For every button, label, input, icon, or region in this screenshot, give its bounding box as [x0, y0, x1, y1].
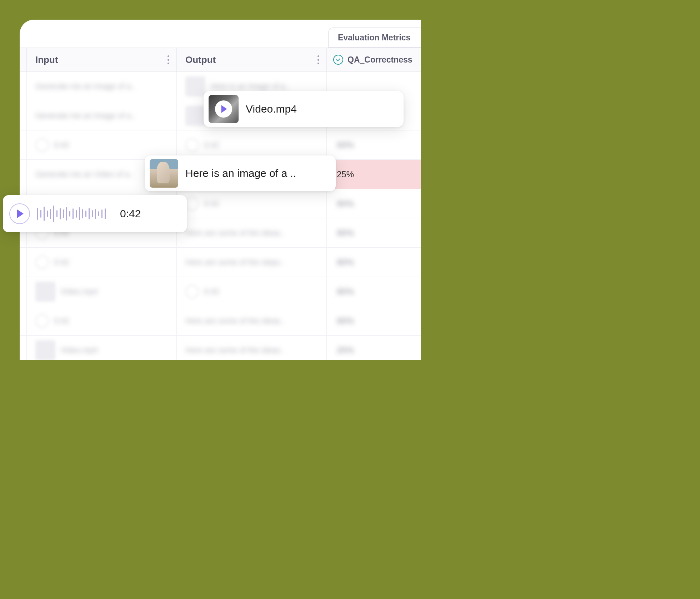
output-text: 0:42 [204, 287, 219, 296]
output-cell[interactable]: Here are some of the ideas.. [177, 306, 327, 335]
input-text: 0:42 [54, 316, 69, 326]
more-icon[interactable] [318, 55, 319, 64]
waveform-bar [44, 207, 45, 221]
input-cell[interactable]: Generate me an image of a.. [27, 72, 177, 101]
play-icon [185, 138, 199, 152]
metric-value: 25% [337, 345, 354, 355]
play-icon [185, 197, 199, 211]
metric-cell[interactable]: 25% [327, 336, 421, 360]
input-cell[interactable]: 0:42 [27, 248, 177, 277]
input-cell[interactable]: 0:42 [27, 306, 177, 335]
table-row[interactable]: Video.mp4Here are some of the ideas..25% [20, 336, 421, 360]
column-header-input[interactable]: Input [27, 48, 177, 71]
waveform-bar [89, 208, 90, 219]
app-background: Evaluation Metrics Input Output QA_Corre… [0, 0, 421, 360]
evaluation-metrics-label: Evaluation Metrics [338, 33, 410, 43]
row-gutter [20, 72, 27, 101]
play-icon [35, 256, 49, 269]
waveform-bar [60, 208, 61, 219]
column-header-metric[interactable]: QA_Correctness [327, 48, 421, 71]
evaluation-metrics-header: Evaluation Metrics [328, 28, 421, 48]
table-row[interactable]: Video.mp40:4280% [20, 277, 421, 306]
metric-value: 25% [337, 169, 354, 179]
row-gutter [20, 48, 27, 71]
row-gutter [20, 101, 27, 130]
input-text: Generate me an Video of a.. [35, 170, 134, 179]
waveform-bar [69, 211, 70, 217]
table-row[interactable]: 0:42Here are some of the ideas..80% [20, 306, 421, 336]
input-text: Generate me an image of a.. [35, 111, 135, 120]
more-icon[interactable] [168, 55, 169, 64]
image-thumbnail[interactable] [150, 159, 178, 188]
play-icon [221, 105, 227, 113]
waveform-bar [82, 209, 83, 218]
metric-cell[interactable]: 60% [327, 130, 421, 159]
audio-waveform[interactable] [37, 205, 106, 223]
input-column-label: Input [35, 54, 58, 65]
row-gutter [20, 277, 27, 306]
output-thumb-icon [185, 106, 205, 126]
waveform-bar [76, 210, 77, 218]
waveform-bar [63, 209, 64, 218]
main-panel: Evaluation Metrics Input Output QA_Corre… [20, 20, 421, 360]
waveform-bar [47, 211, 48, 217]
output-column-label: Output [185, 54, 216, 65]
output-cell[interactable]: 0:42 [177, 189, 327, 218]
output-text: Here are some of the ideas.. [185, 316, 285, 326]
input-text: 0:42 [54, 140, 69, 150]
video-thumbnail[interactable] [209, 95, 239, 123]
input-cell[interactable]: Video.mp4 [27, 336, 177, 360]
metric-cell[interactable]: 80% [327, 277, 421, 306]
metric-value: 80% [337, 257, 354, 267]
play-icon [35, 138, 49, 152]
video-thumb-icon [35, 282, 55, 302]
input-cell[interactable]: Generate me an image of a.. [27, 101, 177, 130]
output-cell[interactable]: Here are some of the ideas.. [177, 336, 327, 360]
row-gutter [20, 336, 27, 360]
input-text: Video.mp4 [60, 287, 98, 296]
row-gutter [20, 130, 27, 159]
audio-duration: 0:42 [120, 208, 141, 220]
output-cell[interactable]: Here are some of the steps.. [177, 248, 327, 277]
column-header-output[interactable]: Output [177, 48, 327, 71]
waveform-bar [56, 210, 58, 217]
waveform-bar [40, 210, 41, 218]
play-button[interactable] [9, 203, 30, 224]
output-text: 0:42 [204, 140, 219, 150]
waveform-bar [105, 208, 106, 219]
output-cell[interactable]: 0:42 [177, 277, 327, 306]
metric-cell[interactable]: 80% [327, 248, 421, 277]
input-text: Generate me an image of a.. [35, 82, 135, 91]
waveform-bar [79, 207, 80, 220]
metric-cell[interactable]: 25% [327, 160, 421, 189]
audio-preview-card[interactable]: 0:42 [3, 195, 187, 232]
metric-cell[interactable]: 80% [327, 218, 421, 247]
input-text: 0:42 [54, 258, 69, 267]
metric-value: 80% [337, 228, 354, 238]
waveform-bar [66, 207, 67, 221]
play-icon [185, 285, 199, 298]
video-preview-card[interactable]: Video.mp4 [204, 91, 404, 127]
waveform-bar [85, 211, 86, 217]
play-icon [17, 209, 24, 218]
row-gutter [20, 248, 27, 277]
input-text: Video.mp4 [60, 346, 98, 355]
output-cell[interactable]: 0:42 [177, 130, 327, 159]
metric-value: 80% [337, 316, 354, 326]
table-row[interactable]: 0:42Here are some of the steps..80% [20, 248, 421, 277]
waveform-bar [95, 209, 96, 219]
row-gutter [20, 160, 27, 189]
waveform-bar [50, 209, 51, 219]
check-icon [333, 55, 343, 65]
output-thumb-icon [185, 76, 205, 96]
metric-cell[interactable]: 80% [327, 189, 421, 218]
output-text: Here are some of the ideas.. [185, 346, 285, 355]
image-preview-card[interactable]: Here is an image of a .. [145, 155, 336, 191]
play-icon [35, 314, 49, 328]
metric-cell[interactable]: 80% [327, 306, 421, 335]
input-cell[interactable]: 0:42 [27, 130, 177, 159]
input-cell[interactable]: Video.mp4 [27, 277, 177, 306]
output-cell[interactable]: Here are some of the ideas.. [177, 218, 327, 247]
waveform-bar [72, 208, 74, 219]
output-text: Here are some of the steps.. [185, 258, 285, 267]
